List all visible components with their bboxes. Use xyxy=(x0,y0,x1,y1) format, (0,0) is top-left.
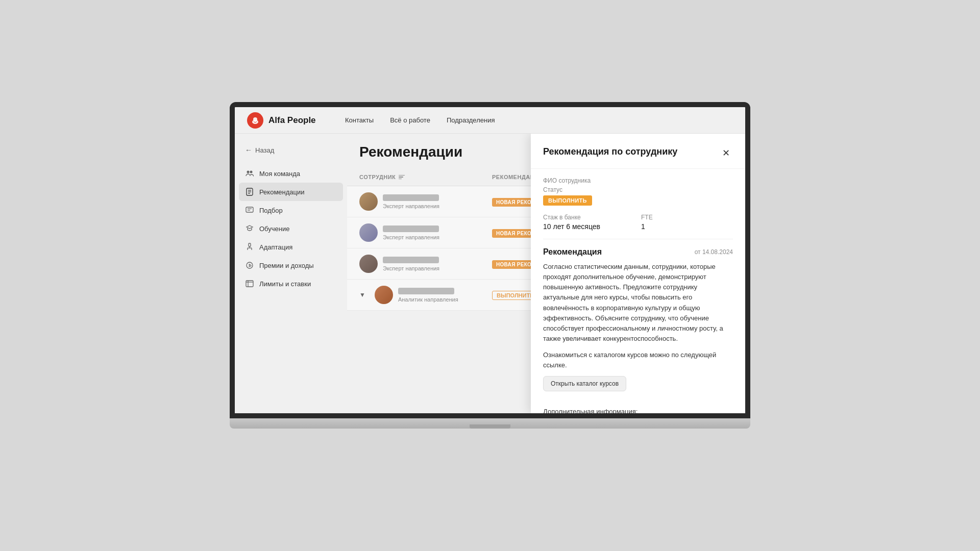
fte-label: FTE xyxy=(641,214,733,221)
nav-divisions[interactable]: Подразделения xyxy=(447,114,495,126)
tenure-label: Стаж в банке xyxy=(543,214,635,221)
employee-role: Эксперт направления xyxy=(383,265,439,271)
avatar xyxy=(359,223,378,242)
adaptation-icon xyxy=(245,242,254,252)
avatar xyxy=(375,286,393,304)
info-grid: Стаж в банке 10 лет 6 месяцев FTE 1 xyxy=(543,214,733,239)
selection-icon xyxy=(245,206,254,215)
employee-cell: Эксперт направления xyxy=(359,255,492,273)
sidebar-item-training[interactable]: Обучение xyxy=(235,219,347,238)
employee-cell: Эксперт направления xyxy=(359,223,492,242)
status-label: Статус xyxy=(543,186,733,193)
sidebar-label-selection: Подбор xyxy=(259,207,283,214)
fte-item: FTE 1 xyxy=(641,214,733,231)
back-arrow-icon: ← xyxy=(245,146,252,154)
employee-cell: ▼ Аналитик направления xyxy=(359,286,492,304)
top-nav: Alfa People Контакты Всё о работе Подраз… xyxy=(235,107,745,134)
svg-rect-17 xyxy=(246,281,253,287)
catalog-button[interactable]: Открыть каталог курсов xyxy=(543,376,626,391)
avatar xyxy=(359,255,378,273)
sidebar-item-adaptation[interactable]: Адаптация xyxy=(235,238,347,256)
sidebar-item-recommendations[interactable]: Рекомендации xyxy=(239,183,343,201)
limits-icon xyxy=(245,279,254,288)
logo-area: Alfa People xyxy=(247,112,329,129)
employee-role: Эксперт направления xyxy=(383,234,439,240)
svg-rect-11 xyxy=(249,243,251,246)
sidebar-item-selection[interactable]: Подбор xyxy=(235,201,347,219)
fte-value: 1 xyxy=(641,222,733,231)
avatar xyxy=(359,192,378,211)
panel-header: Рекомендация по сотруднику ✕ xyxy=(531,134,745,169)
sidebar-label-training: Обучение xyxy=(259,225,289,233)
rec-section-header: Рекомендация от 14.08.2024 xyxy=(543,247,733,257)
additional-section: Дополнительная информация: Наблюдайте за… xyxy=(543,408,733,413)
sidebar-label-adaptation: Адаптация xyxy=(259,243,292,251)
sidebar-item-bonuses[interactable]: Премии и доходы xyxy=(235,256,347,274)
recommendation-panel: Рекомендация по сотруднику ✕ ФИО сотрудн… xyxy=(531,134,745,413)
my-team-icon xyxy=(245,169,254,178)
rec-date: от 14.08.2024 xyxy=(695,248,733,256)
employee-cell: Эксперт направления xyxy=(359,192,492,211)
employee-name-label: ФИО сотрудника xyxy=(543,177,733,184)
svg-point-3 xyxy=(250,171,253,173)
sidebar: ← Назад Моя команда xyxy=(235,134,347,413)
svg-point-1 xyxy=(253,117,257,121)
employee-name xyxy=(383,226,439,232)
nav-work[interactable]: Всё о работе xyxy=(390,114,430,126)
employee-role: Эксперт направления xyxy=(383,203,439,209)
rec-text: Согласно статистическим данным, сотрудни… xyxy=(543,262,733,344)
employee-name xyxy=(383,257,439,263)
training-icon xyxy=(245,224,254,233)
rec-section-title: Рекомендация xyxy=(543,247,602,257)
sidebar-item-limits[interactable]: Лимиты и ставки xyxy=(235,274,347,293)
status-row: Статус ВЫПОЛНИТЬ xyxy=(543,186,733,206)
employee-name xyxy=(398,288,454,294)
recommendations-icon xyxy=(245,187,254,196)
table-area: Рекомендации СОТРУДНИК РЕКОМЕНДАЦИИ СКЛО… xyxy=(347,134,745,413)
app-name: Alfa People xyxy=(268,115,316,126)
filter-icon[interactable] xyxy=(399,173,406,181)
sidebar-back-button[interactable]: ← Назад xyxy=(235,142,347,158)
additional-label: Дополнительная информация: xyxy=(543,408,733,413)
nav-contacts[interactable]: Контакты xyxy=(345,114,374,126)
sidebar-label-recommendations: Рекомендации xyxy=(259,188,305,196)
close-button[interactable]: ✕ xyxy=(719,146,733,160)
rec-section: Рекомендация от 14.08.2024 Согласно стат… xyxy=(543,247,733,399)
sidebar-label-limits: Лимиты и ставки xyxy=(259,280,311,288)
tenure-value: 10 лет 6 месяцев xyxy=(543,222,635,231)
sidebar-item-my-team[interactable]: Моя команда xyxy=(235,164,347,183)
col-employee: СОТРУДНИК xyxy=(359,168,492,186)
bonuses-icon xyxy=(245,261,254,270)
back-label: Назад xyxy=(255,146,274,154)
status-badge: ВЫПОЛНИТЬ xyxy=(543,195,592,206)
sidebar-label-bonuses: Премии и доходы xyxy=(259,262,314,269)
svg-rect-8 xyxy=(246,207,253,212)
employee-role: Аналитик направления xyxy=(398,296,458,303)
sidebar-label-my-team: Моя команда xyxy=(259,170,300,178)
svg-point-2 xyxy=(247,171,250,173)
panel-title: Рекомендация по сотруднику xyxy=(543,146,677,158)
tenure-item: Стаж в банке 10 лет 6 месяцев xyxy=(543,214,635,231)
expand-icon[interactable]: ▼ xyxy=(359,291,365,298)
employee-name xyxy=(383,194,439,201)
panel-body: ФИО сотрудника Статус ВЫПОЛНИТЬ Стаж в б… xyxy=(531,169,745,413)
rec-link-text: Ознакомиться с каталогом курсов можно по… xyxy=(543,350,733,370)
logo-icon xyxy=(247,112,263,129)
main-content: ← Назад Моя команда xyxy=(235,134,745,413)
